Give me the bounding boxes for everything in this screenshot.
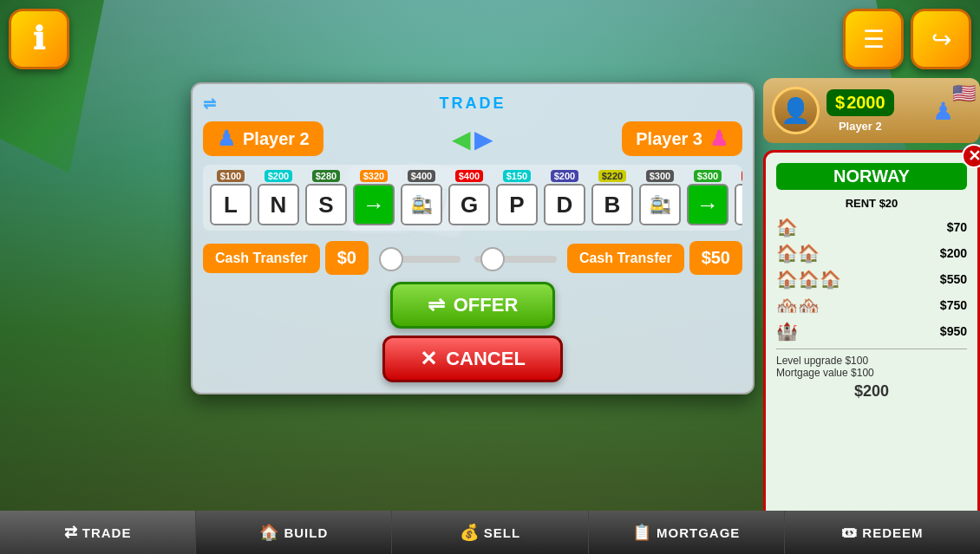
- player-left-pawn-icon: ♟: [217, 127, 236, 151]
- trade-arrows-icon: ⇌: [203, 95, 218, 114]
- player2-info: 👤 $ 2000 Player 2 🇺🇸 ♟: [763, 78, 980, 143]
- prop-D[interactable]: $200 D: [542, 170, 587, 225]
- prop-train1-icon: 🚉: [401, 184, 442, 225]
- norway-card: ✕ NORWAY RENT $20 🏠 $70 🏠🏠 $200 🏠🏠🏠 $550…: [763, 150, 980, 546]
- cash-right-slider[interactable]: [474, 256, 556, 263]
- prop-L-price: $100: [217, 170, 245, 182]
- prop-train1-price: $400: [408, 170, 435, 182]
- trade-title: TRADE: [440, 95, 506, 112]
- trade-modal: ⇌ TRADE ♟ Player 2 ◀ ▶ Player 3 ♟ $100 L…: [191, 82, 755, 394]
- prop-P[interactable]: $150 P: [494, 170, 539, 225]
- cancel-x-icon: ✕: [420, 347, 437, 371]
- player2-name: Player 2: [826, 120, 894, 133]
- money-sign: $: [835, 93, 845, 113]
- trade-direction-arrows: ◀ ▶: [452, 125, 493, 153]
- prop-arrow1-letter: →: [353, 184, 395, 225]
- rent-2-amount: $200: [940, 246, 967, 260]
- trade-header: ⇌ TRADE: [203, 95, 742, 113]
- prop-arrow2-letter: →: [687, 184, 728, 225]
- rent-base-label: RENT $20: [776, 197, 967, 210]
- cash-right-amount: $50: [689, 241, 742, 275]
- prop-arrow1[interactable]: $320 →: [351, 170, 396, 225]
- prop-S-price: $280: [312, 170, 340, 182]
- rent-1-amount: $70: [947, 220, 967, 234]
- rent-row-2: 🏠🏠 $200: [776, 243, 967, 264]
- prop-N-letter: N: [258, 184, 299, 225]
- house-5-icon: 🏰: [776, 321, 798, 342]
- prop-R[interactable]: $300 R: [733, 170, 742, 225]
- rent-row-4: 🏘️🏘️ $750: [776, 295, 967, 316]
- cash-left-group: Cash Transfer $0: [203, 241, 369, 275]
- player-right-badge: Player 3 ♟: [622, 121, 742, 156]
- norway-close-button[interactable]: ✕: [962, 144, 980, 168]
- prop-D-price: $200: [551, 170, 578, 182]
- prop-R-letter: R: [735, 184, 742, 225]
- bottom-nav: ⇄ TRADE 🏠 BUILD 💰 SELL 📋 MORTGAGE 🎟 REDE…: [0, 511, 980, 554]
- exit-button[interactable]: ↪: [911, 9, 971, 69]
- mortgage-nav-icon: 📋: [632, 523, 652, 542]
- redeem-nav-label: REDEEM: [862, 525, 923, 540]
- prop-S[interactable]: $280 S: [304, 170, 349, 225]
- player2-pawn-icon: ♟: [932, 96, 954, 125]
- prop-D-letter: D: [544, 184, 585, 225]
- prop-train2[interactable]: $300 🚉: [637, 170, 683, 225]
- norway-footer: Level upgrade $100 Mortgage value $100 $…: [776, 349, 967, 401]
- cash-right-group: Cash Transfer $50: [567, 241, 742, 275]
- cancel-button[interactable]: ✕ CANCEL: [382, 336, 563, 382]
- nav-build[interactable]: 🏠 BUILD: [196, 511, 392, 554]
- prop-N[interactable]: $200 N: [256, 170, 301, 225]
- trade-nav-label: TRADE: [82, 525, 132, 540]
- player2-avatar-icon: 👤: [781, 96, 811, 125]
- prop-P-price: $150: [503, 170, 531, 182]
- house-3-icon: 🏠🏠🏠: [776, 269, 841, 290]
- redeem-nav-icon: 🎟: [841, 524, 858, 542]
- nav-mortgage[interactable]: 📋 MORTGAGE: [589, 511, 785, 554]
- prop-arrow2[interactable]: $300 →: [685, 170, 730, 225]
- cash-left-slider[interactable]: [379, 256, 461, 263]
- right-panel: 👤 $ 2000 Player 2 🇺🇸 ♟ ✕ NORWAY RENT $20…: [763, 78, 980, 546]
- sell-nav-icon: 💰: [460, 523, 480, 542]
- offer-arrows-icon: ⇌: [428, 293, 445, 317]
- rent-row-1: 🏠 $70: [776, 217, 967, 238]
- upgrade-label: Level upgrade $100: [776, 355, 967, 367]
- prop-L-letter: L: [210, 184, 252, 225]
- prop-train1[interactable]: $400 🚉: [399, 170, 444, 225]
- prop-N-price: $200: [265, 170, 292, 182]
- top-right-buttons: ☰ ↪: [843, 9, 971, 69]
- rent-3-amount: $550: [940, 272, 967, 286]
- prop-arrow2-price: $300: [694, 170, 722, 182]
- house-1-icon: 🏠: [776, 217, 798, 238]
- player-right-pawn-icon: ♟: [709, 127, 728, 151]
- prop-R-price: $300: [742, 170, 742, 182]
- prop-G-price: $400: [455, 170, 483, 182]
- player-left-name: Player 2: [243, 129, 310, 149]
- player-right-name: Player 3: [636, 129, 702, 149]
- player2-avatar: 👤: [772, 87, 820, 134]
- cash-right-slider-wrapper: [471, 251, 559, 266]
- exit-icon: ↪: [931, 25, 951, 54]
- player2-money: $ 2000: [826, 89, 894, 116]
- prop-B[interactable]: $220 B: [590, 170, 635, 225]
- build-nav-label: BUILD: [284, 525, 328, 540]
- offer-label: OFFER: [454, 294, 519, 316]
- trade-nav-icon: ⇄: [64, 523, 78, 542]
- nav-sell[interactable]: 💰 SELL: [392, 511, 588, 554]
- player-left-badge: ♟ Player 2: [203, 121, 323, 156]
- rent-4-amount: $750: [940, 298, 967, 312]
- offer-button[interactable]: ⇌ OFFER: [390, 282, 556, 329]
- nav-redeem[interactable]: 🎟 REDEEM: [785, 511, 980, 554]
- properties-row: $100 L $200 N $280 S $320 → $400 🚉 $400 …: [203, 165, 742, 231]
- info-button[interactable]: ℹ: [9, 9, 69, 69]
- cash-right-label: Cash Transfer: [567, 244, 684, 273]
- prop-S-letter: S: [305, 184, 347, 225]
- menu-icon: ☰: [863, 25, 885, 54]
- cash-left-label: Cash Transfer: [203, 244, 320, 273]
- prop-G[interactable]: $400 G: [447, 170, 492, 225]
- menu-button[interactable]: ☰: [843, 9, 904, 69]
- house-2-icon: 🏠🏠: [776, 243, 820, 264]
- house-4-icon: 🏘️🏘️: [776, 295, 820, 316]
- players-row: ♟ Player 2 ◀ ▶ Player 3 ♟: [203, 121, 742, 156]
- prop-train2-price: $300: [646, 170, 674, 182]
- prop-L[interactable]: $100 L: [208, 170, 253, 225]
- nav-trade[interactable]: ⇄ TRADE: [0, 511, 196, 554]
